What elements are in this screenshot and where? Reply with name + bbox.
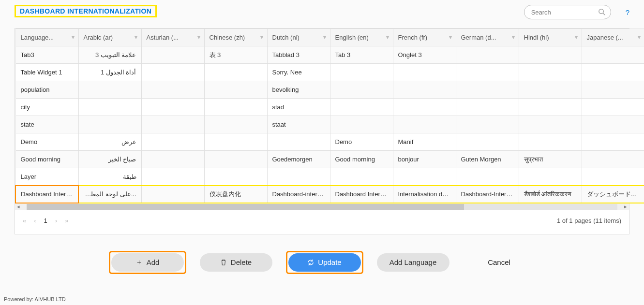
cell-de[interactable]	[456, 133, 519, 151]
cell-fr[interactable]	[393, 64, 456, 81]
cell-ja[interactable]	[582, 151, 644, 168]
cell-de[interactable]: Guten Morgen	[456, 151, 519, 168]
cell-ast[interactable]	[141, 151, 204, 168]
cell-ja[interactable]	[582, 168, 644, 186]
cell-hi[interactable]	[519, 133, 582, 151]
cell-ast[interactable]	[141, 168, 204, 186]
cell-ar[interactable]	[78, 99, 141, 116]
filter-icon[interactable]: ▾	[386, 34, 389, 41]
table-row[interactable]: citystad	[15, 99, 644, 116]
horizontal-scrollbar[interactable]: ◂ ▸	[15, 203, 629, 210]
scroll-thumb[interactable]	[27, 204, 464, 210]
col-dutch[interactable]: Dutch (nl)▾	[267, 29, 330, 46]
cell-de[interactable]: Dashboard-Intern...	[456, 186, 519, 203]
cell-en[interactable]	[330, 81, 393, 99]
filter-icon[interactable]: ▾	[575, 34, 578, 41]
cell-de[interactable]	[456, 46, 519, 64]
cell-en[interactable]: Dashboard Interna...	[330, 186, 393, 203]
cell-zh[interactable]	[204, 168, 267, 186]
cell-zh[interactable]	[204, 133, 267, 151]
cell-fr[interactable]: Internalisation du ...	[393, 186, 456, 203]
cell-nl[interactable]: Sorry. Nee	[267, 64, 330, 81]
cell-key[interactable]: Layer	[15, 168, 78, 186]
update-button[interactable]: Update	[288, 253, 361, 272]
cell-ar[interactable]: ...على لوحة المعلومات	[78, 186, 141, 203]
cell-ja[interactable]	[582, 116, 644, 133]
cancel-button[interactable]: Cancel	[463, 253, 536, 272]
cell-nl[interactable]	[267, 133, 330, 151]
scroll-right-icon[interactable]: ▸	[622, 203, 629, 210]
cell-ast[interactable]	[141, 186, 204, 203]
cell-ja[interactable]	[582, 64, 644, 81]
col-hindi[interactable]: Hindi (hi)▾	[519, 29, 582, 46]
col-asturian[interactable]: Asturian (...▾	[141, 29, 204, 46]
col-chinese[interactable]: Chinese (zh)▾	[204, 29, 267, 46]
cell-de[interactable]	[456, 116, 519, 133]
filter-icon[interactable]: ▾	[323, 34, 326, 41]
cell-ja[interactable]	[582, 46, 644, 64]
cell-ja[interactable]	[582, 133, 644, 151]
pager-next-icon[interactable]: ›	[55, 217, 57, 224]
cell-fr[interactable]: Onglet 3	[393, 46, 456, 64]
cell-nl[interactable]	[267, 168, 330, 186]
cell-en[interactable]: Good morning	[330, 151, 393, 168]
add-button[interactable]: ＋ Add	[111, 253, 184, 272]
cell-hi[interactable]	[519, 46, 582, 64]
cell-fr[interactable]	[393, 81, 456, 99]
col-english[interactable]: English (en)▾	[330, 29, 393, 46]
scroll-track[interactable]	[27, 204, 617, 210]
filter-icon[interactable]: ▾	[638, 34, 641, 41]
col-language[interactable]: Language...▾	[15, 29, 78, 46]
cell-hi[interactable]: सुप्रभात	[519, 151, 582, 168]
cell-ast[interactable]	[141, 46, 204, 64]
cell-de[interactable]	[456, 81, 519, 99]
col-german[interactable]: German (d...▾	[456, 29, 519, 46]
cell-hi[interactable]	[519, 168, 582, 186]
cell-ja[interactable]: ダッシュボードの...	[582, 186, 644, 203]
cell-hi[interactable]	[519, 99, 582, 116]
cell-key[interactable]: Good morning	[15, 151, 78, 168]
cell-hi[interactable]	[519, 64, 582, 81]
cell-hi[interactable]: डैशबोर्ड आंतरिककरण	[519, 186, 582, 203]
cell-key[interactable]: Dashboard Interna...	[15, 186, 78, 203]
cell-key[interactable]: Demo	[15, 133, 78, 151]
scroll-left-icon[interactable]: ◂	[15, 203, 22, 210]
cell-zh[interactable]	[204, 151, 267, 168]
pager-first-icon[interactable]: «	[23, 217, 26, 224]
cell-hi[interactable]	[519, 116, 582, 133]
cell-key[interactable]: state	[15, 116, 78, 133]
pager-prev-icon[interactable]: ‹	[34, 217, 36, 224]
cell-ja[interactable]	[582, 81, 644, 99]
col-arabic[interactable]: Arabic (ar)▾	[78, 29, 141, 46]
cell-zh[interactable]: 表 3	[204, 46, 267, 64]
cell-de[interactable]	[456, 99, 519, 116]
cell-hi[interactable]	[519, 81, 582, 99]
cell-fr[interactable]: bonjour	[393, 151, 456, 168]
table-row[interactable]: populationbevolking	[15, 81, 644, 99]
cell-ar[interactable]: طبقة	[78, 168, 141, 186]
cell-zh[interactable]	[204, 81, 267, 99]
filter-icon[interactable]: ▾	[197, 34, 200, 41]
cell-zh[interactable]	[204, 99, 267, 116]
cell-key[interactable]: population	[15, 81, 78, 99]
filter-icon[interactable]: ▾	[512, 34, 515, 41]
pager-last-icon[interactable]: »	[65, 217, 68, 224]
cell-ar[interactable]: صباح الخير	[78, 151, 141, 168]
cell-nl[interactable]: bevolking	[267, 81, 330, 99]
cell-en[interactable]: Tab 3	[330, 46, 393, 64]
filter-icon[interactable]: ▾	[260, 34, 263, 41]
delete-button[interactable]: Delete	[200, 253, 272, 272]
filter-icon[interactable]: ▾	[135, 34, 137, 41]
cell-ar[interactable]: أداة الجدول 1	[78, 64, 141, 81]
cell-nl[interactable]: Dashboard-interna...	[267, 186, 330, 203]
cell-fr[interactable]	[393, 99, 456, 116]
cell-ast[interactable]	[141, 81, 204, 99]
cell-ar[interactable]	[78, 81, 141, 99]
cell-ar[interactable]: عرض	[78, 133, 141, 151]
cell-ar[interactable]	[78, 116, 141, 133]
cell-en[interactable]	[330, 99, 393, 116]
cell-de[interactable]	[456, 64, 519, 81]
help-icon[interactable]: ?	[626, 8, 629, 16]
cell-zh[interactable]: 仪表盘内化	[204, 186, 267, 203]
col-japanese[interactable]: Japanese (...▾	[582, 29, 644, 46]
